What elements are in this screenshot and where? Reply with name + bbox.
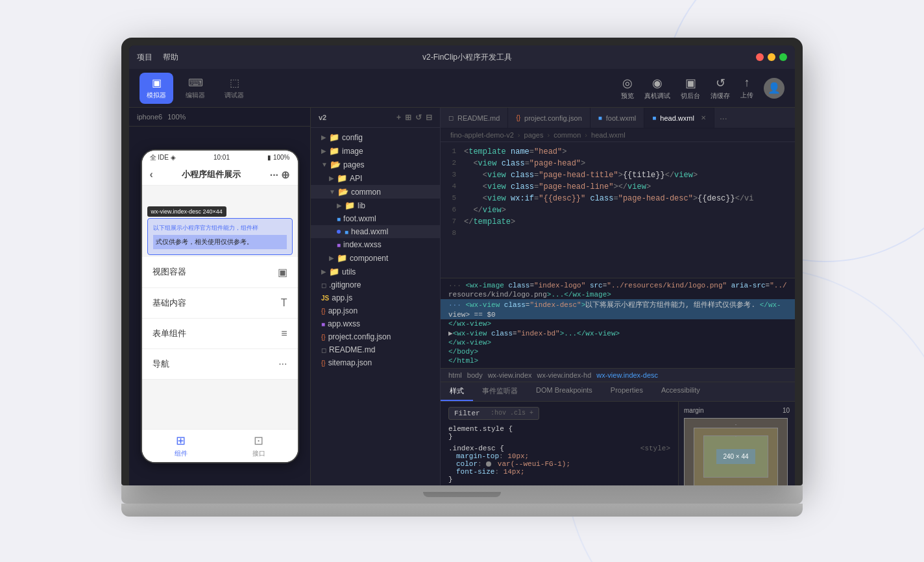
laptop-bottom	[121, 504, 803, 517]
json-file-icon: {}	[321, 334, 326, 341]
refresh-icon[interactable]: ↺	[415, 113, 422, 122]
phone: 全 IDE ◈ 10:01 ▮ 100% ‹ 小程序组件展示 ··· ⊕	[142, 151, 298, 462]
file-head-wxml[interactable]: ■ head.wxml	[311, 225, 440, 238]
menu-item-viewcontainer[interactable]: 视图容器 ▣	[142, 257, 298, 288]
line-number: 4	[441, 182, 464, 190]
head-wxml-label: head.wxml	[351, 227, 388, 236]
realtest-action[interactable]: ◉ 真机调试	[644, 76, 670, 101]
titlebar-menu: 项目 帮助	[137, 52, 178, 63]
debug-icon: ⬚	[230, 77, 239, 89]
tab-close-icon[interactable]: ✕	[701, 114, 706, 121]
tabs-more-button[interactable]: ···	[714, 113, 733, 123]
preview-label: 预览	[621, 92, 634, 101]
phone-frame: 全 IDE ◈ 10:01 ▮ 100% ‹ 小程序组件展示 ··· ⊕	[129, 127, 310, 485]
box-model-diagram: - - 240 × 44	[684, 418, 788, 486]
nav-item-api[interactable]: ⊡ 接口	[220, 434, 298, 458]
phone-time: 10:01	[213, 154, 230, 161]
editor-icon: ⌨	[188, 77, 203, 89]
new-folder-icon[interactable]: ⊞	[405, 113, 411, 122]
menu-item-help[interactable]: 帮助	[163, 52, 178, 63]
gitignore-file-icon: ◻	[321, 282, 326, 289]
tab-readme-icon: ◻	[448, 114, 454, 121]
css-prop-color: color	[456, 460, 478, 468]
clearcache-action[interactable]: ↺ 清缓存	[711, 76, 730, 101]
debug-button[interactable]: ⬚ 调试器	[217, 73, 251, 104]
maximize-button[interactable]	[779, 53, 787, 61]
file-project-config[interactable]: {} project.config.json	[311, 330, 440, 343]
file-index-wxss[interactable]: ■ index.wxss	[311, 238, 440, 251]
cut-action[interactable]: ▣ 切后台	[681, 76, 700, 101]
menu-item-project[interactable]: 项目	[137, 52, 152, 63]
border-label: -	[735, 421, 737, 428]
code-scroll[interactable]: 1 <template name="head"> 2 <view class="…	[441, 142, 795, 278]
upload-action[interactable]: ↑ 上传	[740, 76, 753, 100]
close-button[interactable]	[756, 53, 764, 61]
clearcache-icon: ↺	[716, 76, 725, 90]
html-path-wxview-desc[interactable]: wx-view.index-desc	[596, 371, 658, 379]
collapse-icon[interactable]: ⊟	[426, 113, 432, 122]
menu-item-basiccontent[interactable]: 基础内容 T	[142, 288, 298, 319]
folder-lib[interactable]: ▶ 📁 lib	[311, 199, 440, 212]
new-file-icon[interactable]: +	[396, 113, 401, 122]
realtest-label: 真机调试	[644, 92, 670, 101]
devtools-content: Filter :hov .cls + element.style { }	[441, 402, 795, 486]
simulator-button[interactable]: ▣ 模拟器	[140, 73, 173, 104]
phone-status-bar: 全 IDE ◈ 10:01 ▮ 100%	[142, 151, 298, 165]
menu-item-navigation[interactable]: 导航 ···	[142, 349, 298, 380]
html-line-3: ··· <wx-view class="index-desc">以下将展示小程序…	[441, 299, 795, 310]
editor-button[interactable]: ⌨ 编辑器	[178, 73, 212, 104]
devtools-bottom: ··· <wx-image class="index-logo" src="..…	[441, 278, 795, 485]
tab-headwxml[interactable]: ■ head.wxml ✕	[644, 108, 714, 128]
basiccontent-icon: T	[281, 297, 287, 309]
toolbar-left: ▣ 模拟器 ⌨ 编辑器 ⬚ 调试器	[140, 73, 251, 104]
folder-image[interactable]: ▶ 📁 image	[311, 144, 440, 158]
line-content: <view class="page-head">	[464, 159, 795, 168]
box-content-area: 240 × 44	[716, 449, 755, 464]
devtools-tab-styles[interactable]: 样式	[441, 382, 473, 401]
gitignore-label: .gitignore	[329, 280, 361, 289]
file-sitemap[interactable]: {} sitemap.json	[311, 356, 440, 369]
avatar[interactable]: 👤	[764, 78, 784, 99]
preview-action[interactable]: ◎ 预览	[621, 76, 634, 101]
folder-common-label: common	[351, 188, 381, 197]
tab-footwxml[interactable]: ■ foot.wxml	[590, 108, 645, 128]
breadcrumb: fino-applet-demo-v2 › pages › common › h…	[441, 128, 795, 142]
menu-item-formcomponent[interactable]: 表单组件 ≡	[142, 319, 298, 349]
app-title: v2-FinClip小程序开发工具	[178, 52, 756, 63]
tab-projectconfig[interactable]: {} project.config.json	[508, 108, 590, 128]
line-content: <view wx:if="{{desc}}" class="page-head-…	[464, 194, 795, 203]
devtools-tab-eventlisteners[interactable]: 事件监听器	[473, 382, 527, 401]
sitemap-label: sitemap.json	[328, 358, 372, 367]
explorer-icons: + ⊞ ↺ ⊟	[396, 113, 432, 122]
file-foot-wxml[interactable]: ■ foot.wxml	[311, 212, 440, 225]
chevron-icon: ▼	[321, 161, 328, 168]
minimize-button[interactable]	[768, 53, 775, 61]
nav-item-component[interactable]: ⊞ 组件	[142, 434, 220, 458]
file-gitignore[interactable]: ◻ .gitignore	[311, 278, 440, 291]
code-line-8: 8	[441, 229, 795, 241]
code-line-7: 7 </template>	[441, 217, 795, 229]
wxss-file-icon: ■	[321, 321, 325, 328]
folder-component[interactable]: ▶ 📁 component	[311, 251, 440, 265]
readme-label: README.md	[329, 345, 375, 354]
folder-common[interactable]: ▼ 📂 common	[311, 185, 440, 199]
tab-readme[interactable]: ◻ README.md	[441, 108, 508, 128]
folder-utils[interactable]: ▶ 📁 utils	[311, 265, 440, 278]
devtools-tab-dombreakpoints[interactable]: DOM Breakpoints	[527, 382, 602, 401]
css-filter-input[interactable]: Filter :hov .cls +	[448, 407, 539, 420]
viewcontainer-icon: ▣	[278, 266, 287, 278]
devtools-tabs: 样式 事件监听器 DOM Breakpoints Properties Acce…	[441, 382, 795, 402]
file-app-wxss[interactable]: ■ app.wxss	[311, 317, 440, 330]
file-app-js[interactable]: JS app.js	[311, 291, 440, 304]
devtools-tab-properties[interactable]: Properties	[602, 382, 652, 401]
folder-api[interactable]: ▶ 📁 API	[311, 171, 440, 185]
css-prop-margintop: margin-top	[456, 452, 499, 460]
devtools-tab-accessibility[interactable]: Accessibility	[652, 382, 709, 401]
file-app-json[interactable]: {} app.json	[311, 304, 440, 317]
folder-config[interactable]: ▶ 📁 config	[311, 130, 440, 144]
file-readme[interactable]: ◻ README.md	[311, 343, 440, 356]
folder-pages[interactable]: ▼ 📂 pages	[311, 158, 440, 171]
laptop-screen: 项目 帮助 v2-FinClip小程序开发工具 ▣ 模拟器	[129, 45, 795, 485]
navigation-icon: ···	[278, 358, 287, 370]
component-nav-label: 组件	[175, 449, 188, 458]
